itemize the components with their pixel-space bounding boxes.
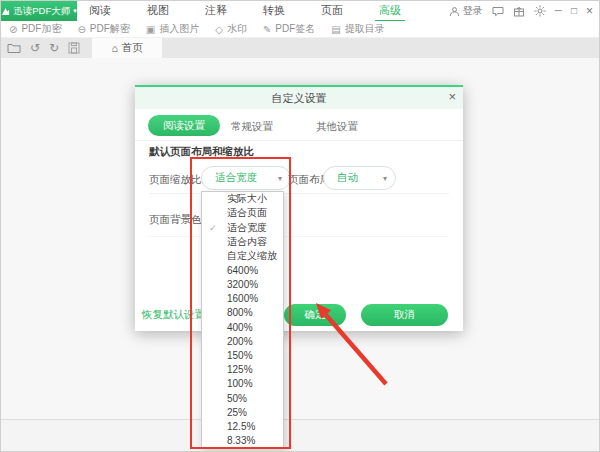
menu-bar: 迅读PDF大师 ▾ 阅读 视图 注释 转换 页面 高级 登录 ─ □ × <box>1 1 600 21</box>
cancel-button[interactable]: 取消 <box>361 304 448 326</box>
undo-icon[interactable]: ↺ <box>30 42 40 54</box>
page-layout-select[interactable]: 自动 ▾ <box>323 166 396 190</box>
extract-toc-icon: ▤ <box>331 24 340 35</box>
app-caret-icon: ▾ <box>73 7 77 15</box>
menu-advanced[interactable]: 高级 <box>375 0 405 22</box>
open-folder-icon[interactable] <box>7 42 21 54</box>
login-button[interactable]: 登录 <box>449 4 483 18</box>
dialog-tab-reading[interactable]: 阅读设置 <box>148 115 220 136</box>
app-logo-icon <box>1 7 10 16</box>
close-window-button[interactable]: × <box>586 5 593 17</box>
dropdown-option-fit-width[interactable]: ✓适合宽度 <box>202 220 283 234</box>
minimize-button[interactable]: ─ <box>555 6 562 16</box>
advanced-toolbar: ⊘PDF加密 ⊖PDF解密 ▣插入图片 ◇水印 ✎PDF签名 ▤提取目录 <box>1 21 600 38</box>
tab-home[interactable]: ⌂ 首页 <box>92 38 162 58</box>
tool-pdf-encrypt[interactable]: ⊘PDF加密 <box>9 22 61 36</box>
page-bgcolor-label: 页面背景色 <box>149 213 202 227</box>
dropdown-option-50[interactable]: 50% <box>202 391 283 405</box>
app-window: 迅读PDF大师 ▾ 阅读 视图 注释 转换 页面 高级 登录 ─ □ × ⊘PD… <box>0 0 600 452</box>
dropdown-option-200[interactable]: 200% <box>202 334 283 348</box>
dialog-section-heading: 默认页面布局和缩放比 <box>149 145 254 159</box>
dropdown-option-actual-size[interactable]: 实际大小 <box>202 192 283 206</box>
save-icon[interactable] <box>68 42 80 54</box>
login-label: 登录 <box>463 4 483 18</box>
home-icon: ⌂ <box>111 42 117 54</box>
dialog-tab-other[interactable]: 其他设置 <box>316 120 358 134</box>
menu-annotate[interactable]: 注释 <box>201 0 231 22</box>
tool-pdf-decrypt[interactable]: ⊖PDF解密 <box>77 22 129 36</box>
dropdown-option-3200[interactable]: 3200% <box>202 277 283 291</box>
menu-view[interactable]: 视图 <box>143 0 173 22</box>
zoom-ratio-dropdown: 实际大小 适合页面 ✓适合宽度 适合内容 自定义缩放 6400% 3200% 1… <box>201 191 284 449</box>
check-icon: ✓ <box>209 223 217 233</box>
dialog-title: 自定义设置 <box>272 91 327 106</box>
pdf-encrypt-icon: ⊘ <box>9 24 17 35</box>
tab-strip: ↺ ↻ ⌂ 首页 <box>1 38 600 58</box>
page-layout-value: 自动 <box>324 171 358 185</box>
settings-gear-icon[interactable] <box>534 5 546 17</box>
dropdown-option-400[interactable]: 400% <box>202 320 283 334</box>
watermark-icon: ◇ <box>215 24 223 35</box>
dialog-close-icon[interactable]: × <box>448 89 456 105</box>
dialog-tabs-divider <box>135 140 463 141</box>
dialog-row-divider2 <box>149 236 449 237</box>
restore-defaults-link[interactable]: 恢复默认设置 <box>142 308 205 322</box>
app-main-button[interactable]: 迅读PDF大师 ▾ <box>1 1 77 21</box>
tool-watermark[interactable]: ◇水印 <box>215 22 247 36</box>
menu-convert[interactable]: 转换 <box>259 0 289 22</box>
window-icons: 登录 ─ □ × <box>449 4 600 18</box>
zoom-ratio-value: 适合宽度 <box>202 171 257 185</box>
menu-read[interactable]: 阅读 <box>85 0 115 22</box>
maximize-button[interactable]: □ <box>571 6 577 16</box>
user-icon <box>449 6 460 17</box>
pdf-decrypt-icon: ⊖ <box>77 24 85 35</box>
app-title: 迅读PDF大师 <box>13 5 70 18</box>
dropdown-option-fit-page[interactable]: 适合页面 <box>202 206 283 220</box>
ok-button[interactable]: 确定 <box>284 304 346 326</box>
dropdown-option-1600[interactable]: 1600% <box>202 292 283 306</box>
redo-icon[interactable]: ↻ <box>49 42 59 54</box>
dialog-row-divider <box>149 193 449 194</box>
status-bar <box>1 419 600 452</box>
tool-extract-toc[interactable]: ▤提取目录 <box>331 22 384 36</box>
feedback-icon[interactable] <box>492 6 504 17</box>
dialog-title-bar: 自定义设置 <box>135 87 463 109</box>
dropdown-option-fit-content[interactable]: 适合内容 <box>202 235 283 249</box>
dropdown-option-125[interactable]: 125% <box>202 363 283 377</box>
zoom-select-caret-icon: ▾ <box>278 174 282 183</box>
pdf-sign-icon: ✎ <box>263 24 271 35</box>
dropdown-option-25[interactable]: 25% <box>202 405 283 419</box>
dropdown-option-8-33[interactable]: 8.33% <box>202 434 283 448</box>
dropdown-option-12-5[interactable]: 12.5% <box>202 420 283 434</box>
menu-items: 阅读 视图 注释 转换 页面 高级 <box>85 0 405 22</box>
insert-image-icon: ▣ <box>146 24 155 35</box>
dropdown-option-custom-zoom[interactable]: 自定义缩放 <box>202 249 283 263</box>
dialog-tab-general[interactable]: 常规设置 <box>231 120 273 134</box>
tool-insert-image[interactable]: ▣插入图片 <box>146 22 199 36</box>
custom-settings-dialog: 自定义设置 × 阅读设置 常规设置 其他设置 默认页面布局和缩放比 页面缩放比例… <box>135 85 463 331</box>
tool-pdf-sign[interactable]: ✎PDF签名 <box>263 22 315 36</box>
gift-icon[interactable] <box>513 6 525 17</box>
dropdown-option-800[interactable]: 800% <box>202 306 283 320</box>
zoom-ratio-select[interactable]: 适合宽度 ▾ <box>201 166 291 190</box>
dropdown-option-6400[interactable]: 6400% <box>202 263 283 277</box>
menu-page[interactable]: 页面 <box>317 0 347 22</box>
dropdown-option-150[interactable]: 150% <box>202 348 283 362</box>
layout-select-caret-icon: ▾ <box>383 174 387 183</box>
dropdown-option-100[interactable]: 100% <box>202 377 283 391</box>
